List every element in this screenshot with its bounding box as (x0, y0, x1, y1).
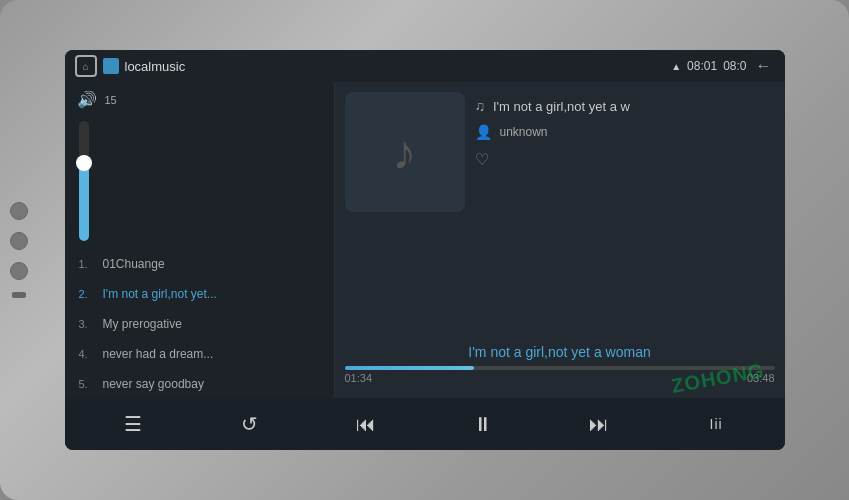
volume-level: 15 (105, 94, 117, 106)
main-content: 🔊 15 1. 01Chuange (65, 82, 785, 398)
song-title-row: ♫ I'm not a girl,not yet a w (475, 98, 775, 114)
playlist-panel: 🔊 15 1. 01Chuange (65, 82, 335, 398)
total-time: 03:48 (747, 372, 775, 384)
screen: ⌂ localmusic ▲ 08:01 08:0 ← 🔊 15 (65, 50, 785, 450)
power-btn[interactable] (10, 202, 28, 220)
progress-fill (345, 366, 474, 370)
item-title-2: I'm not a girl,not yet... (103, 287, 217, 301)
item-title-3: My prerogative (103, 317, 182, 331)
player-panel: ♪ ♫ I'm not a girl,not yet a w 👤 unknown (335, 82, 785, 398)
item-num-2: 2. (79, 288, 97, 300)
heart-icon[interactable]: ♡ (475, 150, 489, 169)
eq-button[interactable]: Iii (696, 404, 736, 444)
vol-btn[interactable] (12, 292, 26, 298)
favorite-row: ♡ (475, 150, 775, 169)
status-right: ▲ 08:01 08:0 ← (671, 55, 774, 77)
progress-container: 01:34 03:48 (345, 364, 775, 388)
playlist-header: 🔊 15 (65, 82, 334, 117)
current-time: 01:34 (345, 372, 373, 384)
item-num-4: 4. (79, 348, 97, 360)
song-title: I'm not a girl,not yet a w (493, 99, 630, 114)
controls-bar: ☰ ↺ ⏮ ⏸ ⏭ Iii (65, 398, 785, 450)
wifi-icon: ▲ (671, 61, 681, 72)
volume-thumb[interactable] (76, 155, 92, 171)
pause-button[interactable]: ⏸ (463, 404, 503, 444)
playlist-item-5[interactable]: 5. never say goodbay (65, 369, 334, 398)
item-title-1: 01Chuange (103, 257, 165, 271)
back-button[interactable]: ← (753, 55, 775, 77)
app-icon (103, 58, 119, 74)
playlist-item-4[interactable]: 4. never had a dream... (65, 339, 334, 369)
playlist-button[interactable]: ☰ (113, 404, 153, 444)
music-file-icon: ♫ (475, 98, 486, 114)
home-icon[interactable]: ⌂ (75, 55, 97, 77)
repeat-button[interactable]: ↺ (229, 404, 269, 444)
artist-name: unknown (500, 125, 548, 139)
playlist-item[interactable]: 1. 01Chuange (65, 249, 334, 279)
screen-frame: ⌂ localmusic ▲ 08:01 08:0 ← 🔊 15 (65, 50, 785, 450)
playlist-item-active[interactable]: 2. I'm not a girl,not yet... (65, 279, 334, 309)
playlist-items: 1. 01Chuange 2. I'm not a girl,not yet..… (65, 249, 334, 398)
volume-slider[interactable] (79, 121, 89, 241)
prev-button[interactable]: ⏮ (346, 404, 386, 444)
player-top: ♪ ♫ I'm not a girl,not yet a w 👤 unknown (345, 92, 775, 338)
progress-track[interactable] (345, 366, 775, 370)
artist-icon: 👤 (475, 124, 492, 140)
item-num-1: 1. (79, 258, 97, 270)
side-buttons (10, 202, 28, 298)
item-title-5: never say goodbay (103, 377, 204, 391)
music-note-icon: ♪ (393, 125, 417, 180)
current-song-display: I'm not a girl,not yet a woman (345, 338, 775, 364)
song-info: ♫ I'm not a girl,not yet a w 👤 unknown ♡ (475, 92, 775, 338)
battery-display: 08:0 (723, 59, 746, 73)
status-bar: ⌂ localmusic ▲ 08:01 08:0 ← (65, 50, 785, 82)
item-num-5: 5. (79, 378, 97, 390)
back-btn-side[interactable] (10, 262, 28, 280)
playlist-item-3[interactable]: 3. My prerogative (65, 309, 334, 339)
item-num-3: 3. (79, 318, 97, 330)
artist-row: 👤 unknown (475, 124, 775, 140)
home-btn[interactable] (10, 232, 28, 250)
car-frame: ⌂ localmusic ▲ 08:01 08:0 ← 🔊 15 (0, 0, 849, 500)
volume-icon: 🔊 (77, 90, 97, 109)
volume-area (65, 117, 334, 249)
next-button[interactable]: ⏭ (579, 404, 619, 444)
time-display: 08:01 (687, 59, 717, 73)
app-title: localmusic (125, 59, 666, 74)
time-row: 01:34 03:48 (345, 372, 775, 384)
item-title-4: never had a dream... (103, 347, 214, 361)
album-art: ♪ (345, 92, 465, 212)
